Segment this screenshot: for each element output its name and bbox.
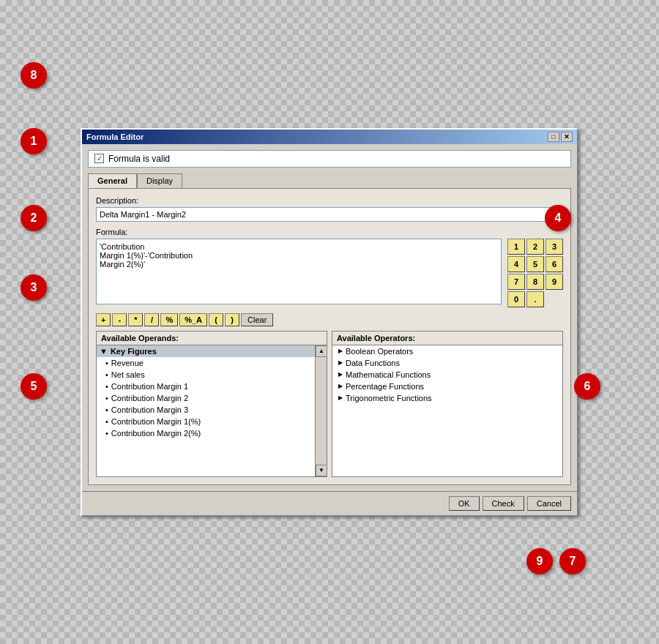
- multiply-operator-button[interactable]: *: [128, 313, 143, 326]
- num-7-button[interactable]: 7: [507, 274, 525, 290]
- minus-operator-button[interactable]: -: [112, 313, 127, 326]
- check-button[interactable]: Check: [483, 496, 524, 511]
- list-item-cm3[interactable]: Contribution Margin 3: [97, 404, 315, 416]
- tab-display[interactable]: Display: [137, 173, 182, 188]
- window-footer: OK Check Cancel: [82, 491, 577, 515]
- list-item-pct-functions[interactable]: Percentage Functions: [332, 381, 562, 392]
- operators-list: Boolean Operators Data Functions Mathema…: [332, 345, 562, 476]
- validity-bar: ✓ Formula is valid: [88, 150, 571, 168]
- operands-header: Available Operands:: [97, 332, 327, 345]
- operands-scrollbar[interactable]: ▲ ▼: [315, 345, 327, 476]
- operands-scroll: ▼ Key Figures Revenue Net sales Contribu…: [97, 345, 327, 476]
- tabs-container: General Display: [88, 173, 571, 188]
- num-6-button[interactable]: 6: [546, 256, 563, 272]
- cancel-button[interactable]: Cancel: [527, 496, 571, 511]
- annotation-5: 5: [21, 373, 47, 400]
- operands-list: ▼ Key Figures Revenue Net sales Contribu…: [97, 345, 327, 476]
- list-item-boolean[interactable]: Boolean Operators: [332, 345, 562, 357]
- list-item-revenue[interactable]: Revenue: [97, 357, 315, 369]
- num-2-button[interactable]: 2: [526, 239, 544, 255]
- num-9-button[interactable]: 9: [546, 274, 563, 290]
- num-0-button[interactable]: 0: [507, 291, 525, 307]
- description-input[interactable]: [96, 207, 563, 222]
- annotation-2: 2: [21, 205, 47, 231]
- clear-button[interactable]: Clear: [241, 313, 273, 326]
- num-4-button[interactable]: 4: [507, 256, 525, 272]
- annotation-3: 3: [21, 274, 47, 301]
- formula-label: Formula:: [96, 228, 563, 236]
- key-figures-label: Key Figures: [111, 347, 157, 356]
- formula-area: 'Contribution Margin 1(%)'-'Contribution…: [96, 239, 563, 307]
- scroll-down-button[interactable]: ▼: [316, 465, 327, 476]
- operators-panel: Available Operators: Boolean Operators D…: [332, 331, 563, 477]
- num-5-button[interactable]: 5: [526, 256, 544, 272]
- title-bar: Formula Editor □ ✕: [82, 130, 577, 144]
- list-item-cm1[interactable]: Contribution Margin 1: [97, 381, 315, 392]
- annotation-1: 1: [21, 128, 47, 154]
- operators-content: Boolean Operators Data Functions Mathema…: [332, 345, 562, 404]
- list-item-cm2[interactable]: Contribution Margin 2: [97, 392, 315, 404]
- formula-editor-window: Formula Editor □ ✕ ✓ Formula is valid Ge…: [81, 128, 578, 517]
- title-bar-buttons: □ ✕: [548, 132, 573, 142]
- window-content: ✓ Formula is valid General Display Descr…: [82, 144, 577, 491]
- scroll-up-button[interactable]: ▲: [316, 345, 327, 357]
- list-item-trig-functions[interactable]: Trigonometric Functions: [332, 392, 562, 404]
- bottom-panels: Available Operands: ▼ Key Figures Revenu…: [96, 331, 563, 477]
- triangle-icon: ▼: [100, 347, 108, 356]
- page-wrapper: Formula Editor □ ✕ ✓ Formula is valid Ge…: [0, 0, 659, 644]
- key-figures-group[interactable]: ▼ Key Figures: [97, 345, 315, 357]
- list-item-math-functions[interactable]: Mathematical Functions: [332, 369, 562, 381]
- scroll-track: [316, 357, 327, 465]
- percent-operator-button[interactable]: %: [160, 313, 178, 326]
- open-paren-button[interactable]: (: [209, 313, 223, 326]
- formula-group: Formula: 'Contribution Margin 1(%)'-'Con…: [96, 228, 563, 307]
- num-1-button[interactable]: 1: [507, 239, 525, 255]
- close-paren-button[interactable]: ): [225, 313, 239, 326]
- tab-general[interactable]: General: [88, 173, 137, 188]
- annotation-7: 7: [559, 548, 586, 574]
- validity-checkbox[interactable]: ✓: [94, 154, 104, 163]
- formula-textarea[interactable]: 'Contribution Margin 1(%)'-'Contribution…: [96, 239, 502, 304]
- plus-operator-button[interactable]: +: [96, 313, 111, 326]
- validity-label: Formula is valid: [108, 154, 170, 164]
- divide-operator-button[interactable]: /: [144, 313, 159, 326]
- percent-a-operator-button[interactable]: %_A: [179, 313, 207, 326]
- annotation-9: 9: [526, 548, 553, 574]
- annotation-4: 4: [545, 205, 571, 231]
- operands-panel: Available Operands: ▼ Key Figures Revenu…: [96, 331, 327, 477]
- operators-row: + - * / % %_A ( ) Clear: [96, 313, 563, 326]
- num-3-button[interactable]: 3: [546, 239, 563, 255]
- description-label: Description:: [96, 196, 563, 205]
- close-button[interactable]: ✕: [561, 132, 573, 142]
- annotation-8: 8: [21, 62, 47, 89]
- list-item-data-functions[interactable]: Data Functions: [332, 357, 562, 369]
- window-title: Formula Editor: [86, 132, 144, 141]
- list-item-net-sales[interactable]: Net sales: [97, 369, 315, 381]
- maximize-button[interactable]: □: [548, 132, 559, 142]
- operands-content: ▼ Key Figures Revenue Net sales Contribu…: [97, 345, 315, 476]
- tab-content-general: Description: Formula: 'Contribution Marg…: [88, 188, 571, 485]
- numpad: 1 2 3 4 5 6 7 8 9 0 .: [507, 239, 563, 307]
- ok-button[interactable]: OK: [449, 496, 480, 511]
- description-group: Description:: [96, 196, 563, 222]
- operators-header: Available Operators:: [332, 332, 562, 345]
- num-dot-button[interactable]: .: [526, 291, 544, 307]
- annotation-6: 6: [574, 373, 600, 400]
- list-item-cm2-pct[interactable]: Contribution Margin 2(%): [97, 427, 315, 439]
- list-item-cm1-pct[interactable]: Contribution Margin 1(%): [97, 416, 315, 427]
- num-8-button[interactable]: 8: [526, 274, 544, 290]
